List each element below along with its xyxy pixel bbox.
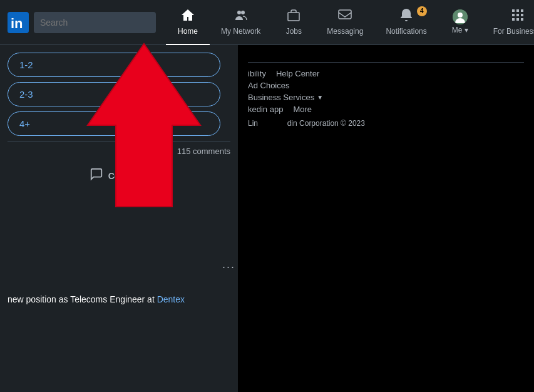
svg-rect-12 [516, 14, 519, 16]
notifications-badge: 4 [417, 6, 427, 16]
linkedin-logo: in [8, 12, 29, 33]
me-avatar [453, 9, 468, 24]
nav-item-messaging[interactable]: Messaging [316, 0, 374, 45]
nav-home-label: Home [178, 27, 198, 36]
notifications-icon [399, 8, 414, 26]
nav-items: Home My Network Jobs Messaging [166, 0, 534, 45]
messaging-icon [337, 8, 352, 26]
nav-item-home[interactable]: Home [166, 0, 210, 45]
nav-forbusiness-label: For Business ▾ [493, 27, 534, 36]
my-network-icon [234, 8, 249, 26]
nav-mynetwork-label: My Network [221, 27, 260, 36]
footer-link-help-center[interactable]: Help Center [276, 69, 319, 78]
left-panel: 1-2 2-3 4+ 115 comments Comment [0, 45, 238, 392]
post-preview: new position as Telecoms Engineer at Den… [0, 288, 235, 311]
right-panel: ibility Help Center Ad Choices Business … [238, 45, 534, 392]
footer-row-4: kedin app More [248, 105, 524, 114]
nav-item-notifications[interactable]: 4 Notifications [374, 0, 438, 45]
footer-link-business-services[interactable]: Business Services ▼ [248, 93, 323, 102]
range-btn-2-3[interactable]: 2-3 [8, 82, 220, 106]
footer-links: ibility Help Center Ad Choices Business … [238, 54, 534, 135]
svg-point-3 [241, 11, 245, 14]
top-navigation: in Home My Network Jobs [0, 0, 534, 45]
nav-notifications-label: Notifications [386, 27, 426, 36]
svg-rect-16 [521, 18, 523, 21]
comment-label: Comment [108, 171, 149, 181]
jobs-icon [286, 8, 301, 26]
svg-rect-15 [516, 18, 519, 21]
comments-count: 115 comments [8, 141, 230, 161]
svg-rect-4 [288, 13, 299, 21]
for-business-icon [510, 8, 525, 26]
svg-rect-13 [521, 14, 523, 16]
svg-text:in: in [11, 16, 23, 31]
footer-row-3: Business Services ▼ [248, 93, 524, 102]
business-services-dropdown-icon: ▼ [317, 94, 323, 101]
nav-me-label: Me ▾ [452, 26, 468, 34]
nav-item-me[interactable]: Me ▾ [438, 0, 482, 45]
range-btn-1-2[interactable]: 1-2 [8, 53, 220, 77]
footer-divider [248, 62, 524, 63]
nav-item-jobs[interactable]: Jobs [272, 0, 316, 45]
footer-link-more[interactable]: More [293, 105, 312, 114]
nav-jobs-label: Jobs [286, 27, 302, 36]
nav-item-my-network[interactable]: My Network [210, 0, 272, 45]
svg-rect-8 [512, 9, 515, 12]
range-btn-4plus[interactable]: 4+ [8, 111, 220, 136]
svg-rect-11 [512, 14, 515, 16]
svg-rect-14 [512, 18, 515, 21]
svg-point-7 [458, 13, 463, 18]
copyright-text: Lin din Corporation © 2023 [248, 119, 524, 128]
footer-row-1: ibility Help Center [248, 69, 524, 78]
post-text: new position as Telecoms Engineer at [8, 294, 157, 304]
home-icon [180, 8, 195, 26]
footer-link-ad-choices[interactable]: Ad Choices [248, 81, 289, 90]
footer-row-2: Ad Choices [248, 81, 524, 90]
svg-point-2 [237, 11, 241, 14]
comment-icon [90, 167, 103, 184]
svg-rect-9 [516, 9, 519, 12]
nav-item-for-business[interactable]: For Business ▾ [482, 0, 534, 45]
svg-rect-10 [521, 9, 523, 12]
three-dots-menu[interactable]: ··· [222, 260, 235, 274]
comment-button[interactable]: Comment [8, 161, 230, 190]
footer-link-ability[interactable]: ibility [248, 69, 266, 78]
dentex-link[interactable]: Dentex [157, 294, 185, 304]
footer-link-linkedin-app[interactable]: kedin app [248, 105, 283, 114]
search-input[interactable] [34, 12, 156, 33]
nav-messaging-label: Messaging [327, 27, 363, 36]
